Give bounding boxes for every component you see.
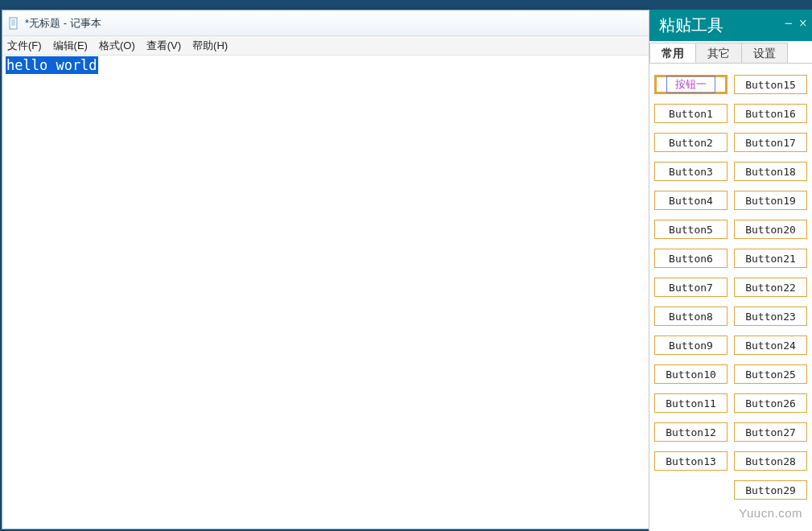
paste-button[interactable]: Button19 (734, 191, 807, 210)
paste-tool-tabs: 常用 其它 设置 (649, 41, 812, 64)
paste-button[interactable]: Button16 (734, 104, 807, 123)
paste-button[interactable]: Button4 (654, 191, 728, 210)
paste-button[interactable]: Button22 (734, 278, 807, 297)
tab-settings[interactable]: 设置 (741, 43, 788, 63)
document-icon (7, 17, 20, 30)
paste-tool-title: 粘贴工具 (659, 14, 723, 36)
menu-format[interactable]: 格式(O) (99, 39, 135, 53)
paste-button[interactable]: Button29 (734, 480, 807, 500)
watermark: Yuucn.com (739, 506, 802, 520)
menu-edit[interactable]: 编辑(E) (53, 39, 88, 53)
paste-button[interactable]: Button24 (734, 335, 807, 355)
paste-tool-panel: 粘贴工具 − × 常用 其它 设置 按钮一Button15Button1Butt… (649, 10, 812, 531)
paste-button[interactable]: Button27 (734, 422, 807, 442)
paste-tool-body: 按钮一Button15Button1Button16Button2Button1… (649, 64, 812, 531)
tab-common[interactable]: 常用 (649, 43, 696, 63)
menu-view[interactable]: 查看(V) (146, 39, 181, 53)
paste-button[interactable]: Button26 (734, 393, 807, 413)
paste-button[interactable]: Button21 (734, 249, 807, 268)
paste-button[interactable]: Button6 (654, 249, 728, 268)
menu-file[interactable]: 文件(F) (7, 39, 42, 53)
paste-button[interactable]: Button5 (654, 220, 728, 239)
paste-tool-header[interactable]: 粘贴工具 − × (649, 10, 812, 41)
tab-other[interactable]: 其它 (695, 43, 742, 63)
paste-button[interactable]: Button25 (734, 364, 807, 384)
paste-button[interactable]: Button23 (734, 307, 807, 326)
paste-button[interactable]: Button8 (654, 307, 728, 326)
notepad-window: *无标题 - 记事本 文件(F) 编辑(E) 格式(O) 查看(V) 帮助(H)… (2, 10, 650, 529)
menu-help[interactable]: 帮助(H) (192, 39, 228, 53)
paste-button[interactable]: Button1 (654, 104, 728, 123)
paste-button[interactable]: Button13 (654, 451, 728, 471)
close-icon[interactable]: × (799, 16, 807, 31)
paste-button[interactable]: Button18 (734, 162, 807, 181)
paste-button[interactable]: Button2 (654, 133, 728, 152)
paste-button[interactable]: Button28 (734, 451, 807, 471)
notepad-editor[interactable]: hello world (2, 56, 649, 529)
paste-button[interactable]: Button12 (654, 422, 728, 442)
paste-button[interactable]: Button15 (734, 75, 807, 94)
notepad-title: *无标题 - 记事本 (25, 16, 101, 31)
paste-button[interactable]: Button3 (654, 162, 728, 181)
minimize-icon[interactable]: − (785, 16, 793, 31)
paste-button[interactable]: Button10 (654, 364, 728, 384)
paste-button[interactable]: Button11 (654, 393, 728, 413)
paste-button-primary[interactable]: 按钮一 (654, 75, 728, 94)
paste-button[interactable]: Button17 (734, 133, 807, 152)
notepad-titlebar[interactable]: *无标题 - 记事本 (2, 10, 649, 36)
paste-button[interactable]: Button9 (654, 335, 728, 355)
paste-button[interactable]: Button7 (654, 278, 728, 297)
editor-selection[interactable]: hello world (6, 56, 98, 74)
paste-button[interactable]: Button20 (734, 220, 807, 239)
notepad-menubar: 文件(F) 编辑(E) 格式(O) 查看(V) 帮助(H) (2, 36, 649, 56)
